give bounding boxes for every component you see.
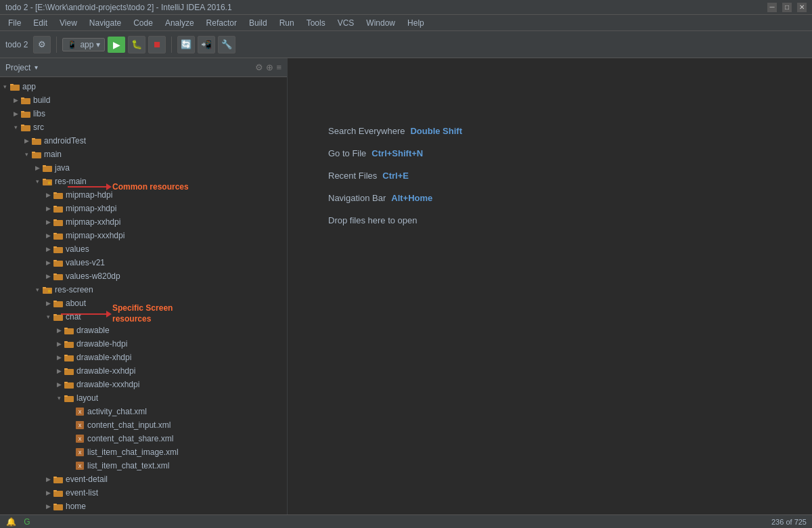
shortcut-row: Search EverywhereDouble Shift: [328, 126, 462, 136]
menu-item-edit[interactable]: Edit: [28, 17, 53, 29]
svg-rect-67: [64, 368, 68, 370]
svg-rect-20: [43, 165, 46, 167]
svg-rect-45: [53, 273, 57, 275]
panel-settings-btn[interactable]: ⚙: [255, 62, 263, 72]
tree-item-event-list[interactable]: ▶event-list: [0, 486, 287, 500]
tree-item-values[interactable]: ▶values: [0, 242, 287, 256]
run-config-dropdown[interactable]: 📱 app ▾: [62, 38, 105, 51]
menu-item-tools[interactable]: Tools: [301, 17, 331, 29]
avd-button[interactable]: 📲: [198, 36, 215, 53]
svg-rect-5: [21, 97, 24, 99]
svg-rect-17: [32, 152, 35, 153]
tree-item-androidTest[interactable]: ▶androidTest: [0, 134, 287, 148]
tree-item-res-main[interactable]: ▾res-main: [0, 175, 287, 188]
project-panel-dropdown-arrow[interactable]: ▾: [35, 64, 38, 71]
tree-item-chat[interactable]: ▾chat: [0, 310, 287, 324]
maximize-button[interactable]: □: [782, 3, 792, 12]
tree-item-home[interactable]: ▶home: [0, 500, 287, 513]
panel-options-btn[interactable]: ≡: [276, 62, 281, 72]
panel-scroll-btn[interactable]: ⊕: [266, 62, 273, 72]
tree-item-build[interactable]: ▶build: [0, 93, 287, 107]
menu-item-analyze[interactable]: Analyze: [160, 17, 200, 29]
menu-item-code[interactable]: Code: [128, 17, 158, 29]
title-bar: todo 2 - [E:\Work\android-projects\todo …: [0, 0, 812, 15]
tree-item-event-detail[interactable]: ▶event-detail: [0, 472, 287, 486]
tree-item-mipmap-xxxhdpi[interactable]: ▶mipmap-xxxhdpi: [0, 229, 287, 242]
tree-item-res-screen[interactable]: ▾res-screen: [0, 283, 287, 296]
svg-rect-8: [21, 111, 24, 112]
tree-item-mipmap-xxhdpi[interactable]: ▶mipmap-xxhdpi: [0, 215, 287, 229]
tree-icon-folder: [42, 162, 53, 173]
tree-item-layout[interactable]: ▾layout: [0, 391, 287, 405]
tree-item-drawable-xhdpi[interactable]: ▶drawable-xhdpi: [0, 351, 287, 364]
tree-item-libs[interactable]: ▶libs: [0, 107, 287, 120]
run-config-label: app: [80, 40, 93, 49]
svg-rect-89: [53, 490, 57, 491]
menu-item-run[interactable]: Run: [274, 17, 300, 29]
svg-rect-73: [64, 395, 68, 397]
svg-rect-42: [53, 260, 57, 261]
menu-item-view[interactable]: View: [54, 17, 83, 29]
tree-arrow: ▾: [54, 395, 64, 401]
sync-button[interactable]: 🔄: [177, 36, 195, 53]
debug-button[interactable]: 🐛: [128, 36, 145, 53]
tree-label-main: main: [44, 150, 62, 159]
menu-item-navigate[interactable]: Navigate: [84, 17, 127, 29]
tree-item-values-v21[interactable]: ▶values-v21: [0, 256, 287, 269]
tree-item-drawable[interactable]: ▶drawable: [0, 324, 287, 337]
tree-item-mipmap-xhdpi[interactable]: ▶mipmap-xhdpi: [0, 202, 287, 215]
tree-label-libs: libs: [33, 109, 45, 118]
menu-item-help[interactable]: Help: [402, 17, 430, 29]
tree-item-list_item_chat_text.xml[interactable]: Xlist_item_chat_text.xml: [0, 459, 287, 472]
tree-icon-folder: [53, 203, 64, 214]
tree-item-drawable-xxhdpi[interactable]: ▶drawable-xxhdpi: [0, 364, 287, 378]
tree-label-values-v21: values-v21: [66, 258, 105, 267]
tree-arrow: ▶: [43, 192, 53, 198]
tree-arrow: ▾: [32, 286, 42, 293]
tree-item-drawable-hdpi[interactable]: ▶drawable-hdpi: [0, 337, 287, 351]
tree-arrow: ▶: [32, 164, 42, 171]
project-panel-title: Project: [5, 63, 30, 72]
tree-item-mipmap-hdpi[interactable]: ▶mipmap-hdpi: [0, 188, 287, 202]
menu-item-window[interactable]: Window: [361, 17, 401, 29]
tree-item-content_chat_input.xml[interactable]: Xcontent_chat_input.xml: [0, 418, 287, 432]
tree-item-java[interactable]: ▶java: [0, 161, 287, 175]
menu-item-file[interactable]: File: [3, 17, 26, 29]
menu-item-build[interactable]: Build: [244, 17, 273, 29]
tree-icon-folder: [53, 298, 64, 309]
tree-item-drawable-xxxhdpi[interactable]: ▶drawable-xxxhdpi: [0, 378, 287, 391]
stop-button[interactable]: ⏹: [148, 36, 166, 53]
tree-label-drawable: drawable: [76, 326, 110, 335]
close-button[interactable]: ✕: [797, 3, 807, 12]
tree-icon-folder: [53, 271, 64, 282]
menu-item-refactor[interactable]: Refactor: [201, 17, 242, 29]
svg-rect-52: [53, 301, 57, 302]
shortcut-key: Double Shift: [410, 126, 462, 136]
menu-item-vcs[interactable]: VCS: [332, 17, 360, 29]
svg-rect-24: [48, 181, 51, 184]
tree-item-about[interactable]: ▶about: [0, 296, 287, 310]
tree-arrow: ▶: [43, 205, 53, 212]
minimize-button[interactable]: ─: [767, 3, 777, 12]
sdk-button[interactable]: 🔧: [218, 36, 235, 53]
tree-label-chat: chat: [66, 312, 81, 322]
tree-label-src: src: [33, 123, 44, 132]
run-button[interactable]: ▶: [108, 37, 125, 53]
svg-text:X: X: [78, 464, 82, 468]
tree-arrow: ▶: [43, 300, 53, 307]
main-area: Project ▾ ⚙ ⊕ ≡ ▾app▶build▶libs▾src▶andr…: [0, 58, 812, 514]
tree-item-main[interactable]: ▾main: [0, 148, 287, 161]
tree-item-src[interactable]: ▾src: [0, 120, 287, 134]
svg-rect-2: [10, 84, 14, 85]
tree-item-list_item_chat_image.xml[interactable]: Xlist_item_chat_image.xml: [0, 445, 287, 459]
toolbar-settings-btn[interactable]: ⚙: [33, 36, 51, 53]
tree-label-build: build: [33, 95, 50, 105]
tree-label-java: java: [55, 163, 70, 173]
tree-item-activity_chat.xml[interactable]: Xactivity_chat.xml: [0, 405, 287, 418]
tree-icon-folder: [53, 217, 64, 227]
window-controls: ─ □ ✕: [767, 3, 807, 12]
tree-item-app[interactable]: ▾app: [0, 80, 287, 93]
tree-icon-folder: [64, 352, 74, 363]
tree-item-values-w820dp[interactable]: ▶values-w820dp: [0, 269, 287, 283]
tree-item-content_chat_share.xml[interactable]: Xcontent_chat_share.xml: [0, 432, 287, 445]
